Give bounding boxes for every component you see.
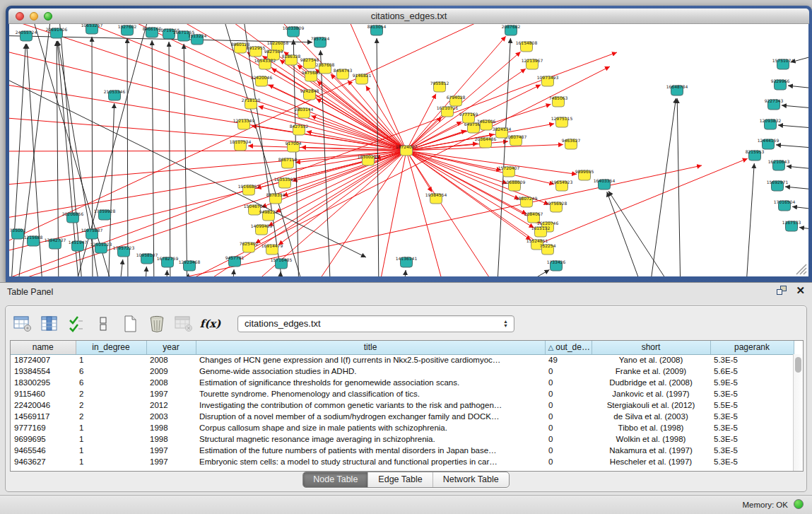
graph-node[interactable]: 8813054 (367, 24, 387, 35)
column-select-icon[interactable] (40, 315, 59, 334)
table-cell[interactable]: 22420046 (11, 399, 76, 411)
graph-node[interactable]: 12213967 (522, 58, 543, 70)
table-cell[interactable]: Hescheler et al. (1997) (592, 456, 710, 467)
table-cell[interactable]: 6 (76, 366, 146, 377)
graph-node[interactable]: 15692971 (767, 180, 789, 192)
graph-node[interactable]: 7857224 (311, 36, 330, 48)
float-panel-icon[interactable] (777, 286, 787, 296)
column-header-title[interactable]: title (196, 341, 545, 354)
graph-node[interactable]: 9146821 (353, 73, 372, 85)
table-cell[interactable]: 2012 (146, 399, 196, 411)
graph-node[interactable]: 9899695 (575, 169, 594, 181)
graph-node[interactable]: 19384554 (425, 192, 447, 204)
table-cell[interactable]: 2008 (146, 354, 196, 366)
table-cell[interactable]: 5.3E-5 (710, 422, 794, 433)
table-cell[interactable]: 5.5E-5 (710, 399, 794, 411)
graph-node[interactable]: 1451947 (69, 240, 88, 252)
table-cell[interactable]: 9777169 (11, 422, 76, 433)
column-header-short[interactable]: short (592, 341, 710, 354)
column-header-in_degree[interactable]: in_degree (76, 341, 146, 354)
graph-node[interactable]: 16210721 (437, 105, 459, 117)
graph-node[interactable]: 15751074 (772, 58, 794, 70)
graph-node[interactable]: 7955812 (430, 81, 449, 93)
table-row[interactable]: 1830029562008Estimation of significance … (11, 377, 794, 388)
table-cell[interactable]: 1 (76, 422, 146, 433)
table-cell[interactable]: Embryonic stem cells: a model to study s… (196, 456, 545, 467)
table-row[interactable]: 1872400712008Changes of HCN gene express… (11, 354, 794, 366)
table-cell[interactable]: Tourette syndrome. Phenomenology and cla… (196, 388, 545, 399)
table-cell[interactable]: 2 (76, 388, 146, 399)
table-cell[interactable]: 5.6E-5 (710, 366, 794, 377)
table-cell[interactable]: Estimation of the future numbers of pati… (196, 445, 545, 456)
graph-node[interactable]: 12923468 (179, 259, 201, 271)
graph-node[interactable]: 16403354 (594, 178, 616, 190)
table-scrollbar-thumb[interactable] (795, 357, 801, 373)
graph-node[interactable]: 1167533 (782, 220, 801, 232)
table-cell[interactable]: 0 (545, 388, 592, 399)
table-row[interactable]: 969969511998Structural magnetic resonanc… (11, 433, 794, 445)
graph-node[interactable]: 17957223 (113, 245, 135, 257)
table-cell[interactable]: 49 (545, 354, 592, 366)
table-row[interactable]: 1938455462009Genome-wide association stu… (11, 366, 794, 377)
column-header-pagerank[interactable]: pagerank (710, 341, 794, 354)
table-cell[interactable]: Changes of HCN gene expression and I(f) … (196, 354, 545, 366)
table-settings-icon[interactable] (13, 315, 32, 334)
table-cell[interactable]: 9699695 (11, 433, 76, 445)
graph-node[interactable]: 9227343 (765, 98, 784, 110)
graph-node[interactable]: 19654923 (551, 180, 573, 192)
table-cell[interactable]: 2008 (146, 377, 196, 388)
graph-node[interactable]: 8667110 (278, 157, 298, 169)
table-cell[interactable]: Yano et al. (2008) (592, 354, 710, 366)
graph-node[interactable]: 21053346 (104, 89, 126, 101)
table-cell[interactable]: 9465546 (11, 445, 76, 456)
table-cell[interactable]: 19384554 (11, 366, 76, 377)
delete-table-icon[interactable] (174, 315, 193, 334)
table-cell[interactable]: 5.3E-5 (710, 388, 794, 399)
table-cell[interactable]: 5.3E-5 (710, 445, 794, 456)
table-cell[interactable]: 1 (76, 456, 146, 467)
graph-node[interactable]: 22420046 (251, 75, 273, 87)
graph-node[interactable]: 17359928 (94, 209, 116, 221)
graph-node[interactable]: 17016504 (774, 199, 796, 211)
graph-node[interactable]: 8215953 (746, 149, 765, 161)
table-cell[interactable]: 0 (545, 411, 592, 422)
table-cell[interactable]: Tibbo et al. (1998) (592, 422, 710, 433)
table-cell[interactable]: 5.3E-5 (710, 433, 794, 445)
table-cell[interactable]: 6 (76, 377, 146, 388)
new-document-icon[interactable] (120, 315, 139, 334)
table-cell[interactable]: 1 (76, 433, 146, 445)
table-cell[interactable]: 5.3E-5 (710, 456, 794, 467)
table-cell[interactable]: 0 (545, 366, 592, 377)
table-cell[interactable]: 0 (545, 377, 592, 388)
table-cell[interactable]: 1998 (146, 433, 196, 445)
graph-node[interactable]: 16648784 (666, 84, 688, 96)
graph-node[interactable]: 16914479 (261, 243, 283, 255)
table-cell[interactable]: Investigating the contribution of common… (196, 399, 545, 411)
table-cell[interactable]: Dudbridge et al. (2008) (592, 377, 710, 388)
graph-node[interactable]: 10975887 (81, 228, 103, 240)
graph-node[interactable]: 752254 (540, 243, 556, 255)
column-header-out_de[interactable]: △out_de… (545, 341, 592, 354)
graph-node[interactable]: 7485063 (549, 95, 568, 107)
table-cell[interactable]: 1998 (146, 422, 196, 433)
table-cell[interactable]: 0 (545, 433, 592, 445)
close-panel-icon[interactable]: ✕ (796, 286, 805, 296)
table-cell[interactable]: 0 (545, 399, 592, 411)
column-header-year[interactable]: year (146, 341, 196, 354)
table-cell[interactable]: 18724007 (11, 354, 76, 366)
graph-node[interactable]: 13942737 (45, 238, 66, 250)
graph-node[interactable]: 10958107 (136, 252, 158, 264)
graph-node[interactable]: 2087682 (502, 24, 521, 35)
table-cell[interactable]: 1997 (146, 388, 196, 399)
graph-node[interactable]: 19756928 (546, 201, 567, 213)
graph-node[interactable]: 10688609 (504, 180, 526, 192)
tab-edge-table[interactable]: Edge Table (367, 472, 432, 487)
table-cell[interactable]: 18300295 (11, 377, 76, 388)
graph-node[interactable]: 16210643 (768, 159, 790, 171)
graph-node[interactable]: 2718120 (242, 98, 261, 110)
table-cell[interactable]: 0 (545, 422, 592, 433)
table-cell[interactable]: 5.9E-5 (710, 377, 794, 388)
table-row[interactable]: 946554611997Estimation of the future num… (11, 445, 794, 456)
table-cell[interactable]: Structural magnetic resonance image aver… (196, 433, 545, 445)
graph-node[interactable]: 15720407 (498, 165, 520, 177)
